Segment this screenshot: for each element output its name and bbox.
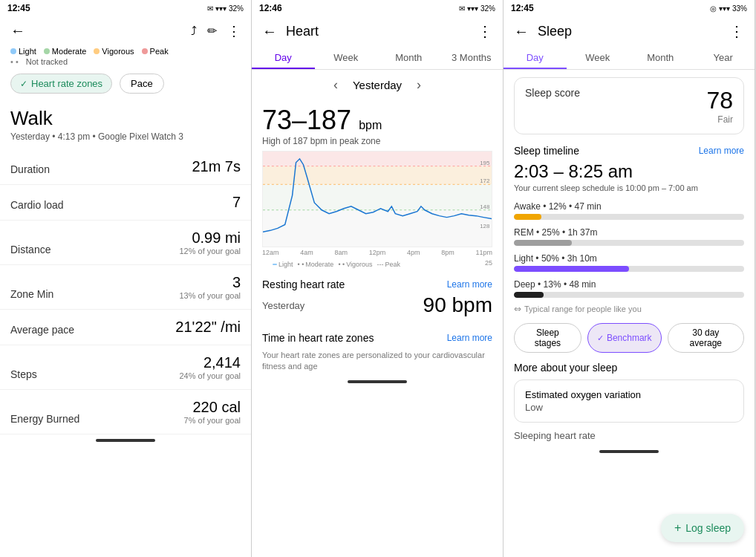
sleep-bar-deep: Deep • 13% • 48 min [504,276,755,302]
filter-sleep-stages[interactable]: Sleep stages [514,323,581,353]
resting-row: Yesterday 90 bpm [252,293,503,325]
time-2: 12:46 [259,3,282,13]
energy-sub: 7% of your goal [184,416,241,425]
tab-sleep-year[interactable]: Year [692,46,755,69]
battery-icon: 32% [229,4,244,13]
moderate-dot [44,48,50,54]
svg-rect-2 [263,184,492,209]
zones-learn-more[interactable]: Learn more [447,333,492,343]
cardio-label: Cardio load [10,199,64,211]
stat-distance: Distance 0.99 mi 12% of your goal [0,221,251,265]
status-bar-3: 12:45 ◎ ▾▾▾ 33% [504,0,755,16]
prev-date-icon[interactable]: ‹ [333,77,338,93]
walk-stats: Duration 21m 7s Cardio load 7 Distance 0… [0,149,251,434]
zone-min-value: 3 [179,274,241,291]
date-label: Yesterday [353,79,402,91]
tab-sleep-day[interactable]: Day [504,46,567,69]
sleep-schedule: Your current sleep schedule is 10:00 pm … [504,183,755,198]
x-8am: 8am [334,249,348,256]
duration-value: 21m 7s [192,158,241,175]
svg-text:172: 172 [480,177,489,184]
heart-range-value: 73–187 [262,105,351,135]
svg-text:195: 195 [480,160,490,166]
energy-label: Energy Burned [10,413,79,425]
resting-value: 90 bpm [423,293,492,317]
light-dot [10,48,16,54]
timeline-label: Sleep timeline [514,145,579,157]
status-icons-3: ◎ ▾▾▾ 33% [710,4,747,13]
heart-high-label: High of 187 bpm in peak zone [252,136,503,151]
tab-heart-3months[interactable]: 3 Months [440,46,504,69]
battery-icon-3: 33% [732,4,747,13]
tab-heart-month[interactable]: Month [377,46,440,69]
filter-30day[interactable]: 30 day average [668,323,744,353]
energy-value: 220 cal [184,399,241,416]
not-tracked-row: • • Not tracked [0,57,251,68]
detail-card-value: Low [525,402,733,413]
sleep-bar-rem: REM • 25% • 1h 37m [504,224,755,250]
tab-heart-day[interactable]: Day [252,46,315,69]
heart-panel: 12:46 ✉ ▾▾▾ 32% ← Heart ⋮ Day Week Month… [252,0,504,557]
vigorous-label: Vigorous [102,47,134,56]
heart-more-icon[interactable]: ⋮ [478,22,492,40]
svg-rect-0 [263,152,492,166]
back-icon[interactable]: ← [10,22,25,39]
awake-label: Awake • 12% • 47 min [514,201,744,212]
zones-time-title: Time in heart rate zones [262,332,374,344]
stat-steps: Steps 2,414 24% of your goal [0,345,251,390]
sleep-time-range: 2:03 – 8:25 am [504,160,755,183]
zone-light: Light [273,261,293,268]
stat-cardio: Cardio load 7 [0,185,251,221]
light-fill [514,266,629,272]
more-icon[interactable]: ⋮ [227,23,241,39]
heart-range: 73–187 bpm [252,100,503,136]
next-date-icon[interactable]: › [417,77,421,93]
filter-benchmark[interactable]: ✓ Benchmark [587,323,662,353]
chart-x-labels: 12am 4am 8am 12pm 4pm 8pm 11pm [252,247,503,258]
typical-label: Typical range for people like you [524,304,642,313]
filter-check-icon: ✓ [597,333,604,343]
deep-label: Deep • 13% • 48 min [514,279,744,290]
sleep-back-icon[interactable]: ← [514,23,529,40]
heart-tabs: Day Week Month 3 Months [252,46,503,70]
edit-icon[interactable]: ✏ [207,24,217,38]
zone-vigorous: • • Vigorous [338,261,372,268]
tab-sleep-month[interactable]: Month [629,46,692,69]
sleep-score-fair: Fair [706,114,733,125]
status-icons-1: ✉ ▾▾▾ 32% [207,4,244,13]
sleep-score-right: 78 Fair [706,87,733,125]
share-icon[interactable]: ⤴ [191,25,197,38]
timeline-learn-more[interactable]: Learn more [699,146,744,156]
distance-value: 0.99 mi [179,229,241,247]
tab-sleep-week[interactable]: Week [567,46,630,69]
resting-learn-more[interactable]: Learn more [447,279,492,290]
time-3: 12:45 [511,3,534,13]
heart-rate-zones-button[interactable]: ✓ Heart rate zones [10,74,112,94]
signal-icon-3: ▾▾▾ [719,4,730,13]
chart-right-val: 25 [485,259,492,270]
zone-min-label: Zone Min [10,288,53,300]
light-track [514,266,744,272]
deep-fill [514,292,544,298]
heart-back-icon[interactable]: ← [262,23,277,40]
stat-zone-min: Zone Min 3 13% of your goal [0,265,251,310]
zone-light-dot [273,264,277,265]
sleep-panel: 12:45 ◎ ▾▾▾ 33% ← Sleep ⋮ Day Week Month… [504,0,755,557]
x-12pm: 12pm [369,249,386,256]
vigorous-dot [94,48,100,54]
steps-label: Steps [10,368,37,380]
pace-button[interactable]: Pace [120,74,164,94]
sleep-more-icon[interactable]: ⋮ [729,22,744,40]
x-12am: 12am [262,249,279,256]
mail-icon-2: ✉ [459,4,465,13]
peak-dot [142,48,148,54]
log-sleep-button[interactable]: + Log sleep [661,514,744,542]
sleep-bar-awake: Awake • 12% • 47 min [504,198,755,224]
tab-heart-week[interactable]: Week [315,46,378,69]
legend-moderate: Moderate [44,47,86,56]
zone-min-sub: 13% of your goal [179,291,241,300]
pace-label: Average pace [10,324,74,336]
zones-time-header: Time in heart rate zones Learn more [252,325,503,347]
cardio-value: 7 [232,194,241,211]
x-4pm: 4pm [407,249,420,256]
